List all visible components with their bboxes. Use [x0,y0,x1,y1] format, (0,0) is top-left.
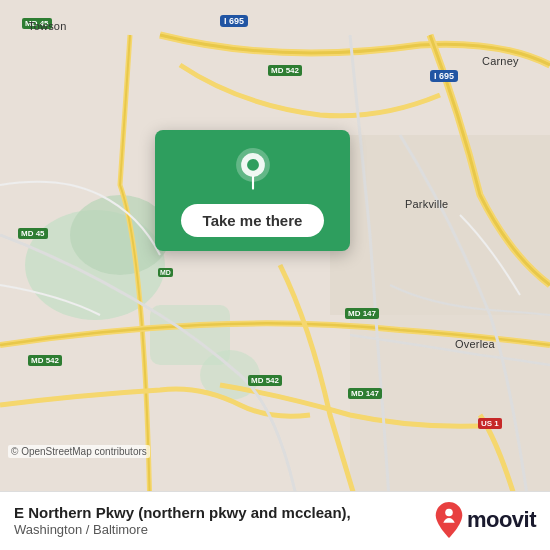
i695-right-label: I 695 [430,70,458,82]
towson-label: Towson [28,20,67,32]
parkville-label: Parkville [405,198,448,210]
overlea-label: Overlea [455,338,495,350]
md45-mid-label: MD 45 [18,228,48,239]
svg-point-9 [247,159,259,171]
svg-point-10 [445,509,453,517]
md542-lower-label: MD 542 [28,355,62,366]
location-subtitle: Washington / Baltimore [14,522,425,537]
location-info: E Northern Pkwy (northern pkwy and mccle… [14,503,425,538]
moovit-logo: moovit [435,502,536,538]
i695-top-label: I 695 [220,15,248,27]
md147-mid-label: MD 147 [345,308,379,319]
info-bar: E Northern Pkwy (northern pkwy and mccle… [0,491,550,550]
location-pin-icon [231,148,275,192]
md147-bot-label: MD 147 [348,388,382,399]
location-popup: Take me there [155,130,350,251]
svg-rect-6 [350,315,550,515]
moovit-text: moovit [467,507,536,533]
map-background [0,0,550,550]
md542-upper-label: MD 542 [268,65,302,76]
moovit-pin-icon [435,502,463,538]
carney-label: Carney [482,55,519,67]
map-container: I 695 I 695 MD 542 MD 542 MD 542 MD 45 M… [0,0,550,550]
md542-lower2-label: MD 542 [248,375,282,386]
location-title: E Northern Pkwy (northern pkwy and mccle… [14,503,425,523]
take-me-there-button[interactable]: Take me there [181,204,325,237]
md-left-label: MD [158,268,173,277]
osm-credit: © OpenStreetMap contributors [8,445,150,458]
us1-label: US 1 [478,418,502,429]
